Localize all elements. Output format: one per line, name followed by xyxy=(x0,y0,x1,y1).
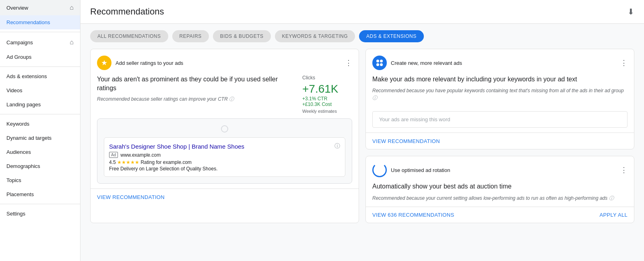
ad-description: Free Delivery on Large Selection of Qual… xyxy=(109,166,340,172)
sidebar-item-dynamic-ad-targets[interactable]: Dynamic ad targets xyxy=(0,131,80,145)
card-relevant-ads: Create new, more relevant ads ⋮ Make you… xyxy=(365,49,634,149)
sidebar-item-label: Topics xyxy=(6,177,21,183)
preview-circle-icon xyxy=(221,125,228,133)
card-relevant-ads-body: Make your ads more relevant by including… xyxy=(366,75,634,106)
missing-word-box: Your ads are missing this word xyxy=(372,111,627,128)
sidebar-item-label: Videos xyxy=(6,87,23,93)
card-ad-rotation-header: Use optimised ad rotation ⋮ xyxy=(366,156,634,182)
sidebar-item-ads-extensions[interactable]: Ads & extensions xyxy=(0,69,80,83)
sidebar-item-label: Keywords xyxy=(6,121,29,127)
tab-keywords-targeting[interactable]: KEYWORDS & TARGETING xyxy=(275,30,355,42)
tab-ads-extensions[interactable]: ADS & EXTENSIONS xyxy=(359,30,424,42)
card-relevant-ads-title: Create new, more relevant ads xyxy=(391,60,616,66)
main-content: Recommendations ⬇ ALL RECOMMENDATIONS RE… xyxy=(80,0,644,261)
seller-ratings-sub-text: Recommended because seller ratings can i… xyxy=(97,95,296,103)
sidebar-item-label: Campaigns xyxy=(6,39,33,46)
sidebar-item-label: Audiences xyxy=(6,149,31,155)
relevant-ads-sub-text: Recommended because you have popular key… xyxy=(372,87,627,102)
sidebar-item-placements[interactable]: Placements xyxy=(0,187,80,201)
sidebar-item-overview[interactable]: Overview ⌂ xyxy=(0,0,80,15)
sidebar-divider-1 xyxy=(0,32,80,32)
cards-container: ★ Add seller ratings to your ads ⋮ Your … xyxy=(80,49,644,233)
sidebar-item-label: Placements xyxy=(6,191,34,197)
sidebar-item-demographics[interactable]: Demographics xyxy=(0,159,80,173)
home-icon: ⌂ xyxy=(70,4,74,11)
card-seller-ratings-more[interactable]: ⋮ xyxy=(345,59,352,66)
sidebar-item-ad-groups[interactable]: Ad Groups xyxy=(0,50,80,64)
info-icon-seller[interactable]: ⓘ xyxy=(229,96,234,102)
sidebar-item-label: Ads & extensions xyxy=(6,73,47,79)
sidebar-item-campaigns[interactable]: Campaigns ⌂ xyxy=(0,35,80,50)
ad-rating: 4.5 ★★★★★ Rating for example.com xyxy=(109,160,340,165)
ad-title: Sarah's Designer Shoe Shop | Brand Name … xyxy=(109,143,340,151)
sidebar-item-label: Ad Groups xyxy=(6,54,31,60)
sidebar-item-label: Landing pages xyxy=(6,102,41,108)
grid-icon-circle xyxy=(372,56,387,70)
tab-repairs[interactable]: REPAIRS xyxy=(172,30,209,42)
right-column: Create new, more relevant ads ⋮ Make you… xyxy=(365,49,634,223)
grid-icon xyxy=(376,60,383,66)
home-icon-campaigns: ⌂ xyxy=(70,39,74,46)
ad-rating-label: Rating for example.com xyxy=(140,160,192,165)
relevant-ads-main-text: Make your ads more relevant by including… xyxy=(372,75,627,84)
stats-weekly: Weekly estimates xyxy=(302,109,352,114)
ad-preview-card: ⓘ Sarah's Designer Shoe Shop | Brand Nam… xyxy=(104,137,345,177)
preview-circle-container xyxy=(104,125,345,133)
page-header: Recommendations ⬇ xyxy=(80,0,644,24)
ad-rotation-sub-text: Recommended because your current setting… xyxy=(372,195,627,202)
seller-ratings-main-text: Your ads aren't as prominent as they cou… xyxy=(97,75,296,93)
info-icon-relevant[interactable]: ⓘ xyxy=(372,95,377,101)
card-ad-rotation-title: Use optimised ad rotation xyxy=(391,167,616,173)
apply-all-button[interactable]: APPLY ALL xyxy=(600,212,627,218)
sidebar-item-settings[interactable]: Settings xyxy=(0,207,80,221)
sidebar-divider-4 xyxy=(0,204,80,204)
ad-preview-box: ⓘ Sarah's Designer Shoe Shop | Brand Nam… xyxy=(97,118,352,184)
card-ad-rotation-more[interactable]: ⋮ xyxy=(620,166,627,174)
stats-label: Clicks xyxy=(302,75,352,81)
tab-bids-budgets[interactable]: BIDS & BUDGETS xyxy=(213,30,271,42)
card-ad-rotation-footer: VIEW 636 RECOMMENDATIONS APPLY ALL xyxy=(366,207,634,223)
card-ad-rotation-body: Automatically show your best ads at auct… xyxy=(366,182,634,206)
card-stats: Clicks +7.61K +3.1% CTR +£10.3K Cost Wee… xyxy=(302,75,359,118)
stats-ctr: +3.1% CTR xyxy=(302,96,352,102)
download-icon[interactable]: ⬇ xyxy=(627,7,634,17)
card-ad-rotation: Use optimised ad rotation ⋮ Automaticall… xyxy=(365,156,634,223)
sidebar-item-keywords[interactable]: Keywords xyxy=(0,117,80,131)
sidebar-item-label: Overview xyxy=(6,5,28,11)
ad-info-button[interactable]: ⓘ xyxy=(334,143,340,150)
ad-preview-inner: ⓘ Sarah's Designer Shoe Shop | Brand Nam… xyxy=(109,143,340,172)
card-seller-ratings-content: Your ads aren't as prominent as they cou… xyxy=(91,75,359,118)
card-relevant-ads-header: Create new, more relevant ads ⋮ xyxy=(366,49,634,75)
sidebar-item-videos[interactable]: Videos xyxy=(0,83,80,97)
page-title: Recommendations xyxy=(90,6,627,17)
info-icon-rotation[interactable]: ⓘ xyxy=(609,195,614,201)
sidebar-item-label: Demographics xyxy=(6,163,40,169)
ad-url-line: Ad www.example.com xyxy=(109,152,340,158)
sidebar-item-topics[interactable]: Topics xyxy=(0,173,80,187)
card-seller-ratings-footer: VIEW RECOMMENDATION xyxy=(91,188,359,205)
card-seller-ratings-title: Add seller ratings to your ads xyxy=(116,60,341,66)
card-seller-ratings-header: ★ Add seller ratings to your ads ⋮ xyxy=(91,49,359,75)
card-seller-ratings: ★ Add seller ratings to your ads ⋮ Your … xyxy=(90,49,359,223)
filter-tabs-bar: ALL RECOMMENDATIONS REPAIRS BIDS & BUDGE… xyxy=(80,24,644,49)
view-recommendation-link-right1[interactable]: VIEW RECOMMENDATION xyxy=(372,138,440,144)
ad-badge: Ad xyxy=(109,152,118,158)
sidebar-item-label: Dynamic ad targets xyxy=(6,135,52,141)
rotation-icon-circle xyxy=(372,163,387,177)
sidebar-item-label: Settings xyxy=(6,211,25,217)
view-636-recommendations-link[interactable]: VIEW 636 RECOMMENDATIONS xyxy=(372,212,454,218)
sidebar-item-audiences[interactable]: Audiences xyxy=(0,145,80,159)
sidebar: Overview ⌂ Recommendations Campaigns ⌂ A… xyxy=(0,0,80,261)
ad-rotation-main-text: Automatically show your best ads at auct… xyxy=(372,182,627,191)
sidebar-item-recommendations[interactable]: Recommendations xyxy=(0,15,80,29)
card-relevant-ads-more[interactable]: ⋮ xyxy=(620,59,627,66)
sidebar-item-landing-pages[interactable]: Landing pages xyxy=(0,97,80,112)
ad-rating-value: 4.5 xyxy=(109,160,116,165)
missing-word-text: Your ads are missing this word xyxy=(379,116,450,122)
ad-stars: ★★★★★ xyxy=(117,160,139,165)
card-relevant-ads-footer: VIEW RECOMMENDATION xyxy=(366,133,634,149)
star-icon-circle: ★ xyxy=(97,56,111,70)
tab-all-recommendations[interactable]: ALL RECOMMENDATIONS xyxy=(90,30,168,42)
view-recommendation-link-left[interactable]: VIEW RECOMMENDATION xyxy=(97,194,165,200)
stats-cost: +£10.3K Cost xyxy=(302,102,352,107)
